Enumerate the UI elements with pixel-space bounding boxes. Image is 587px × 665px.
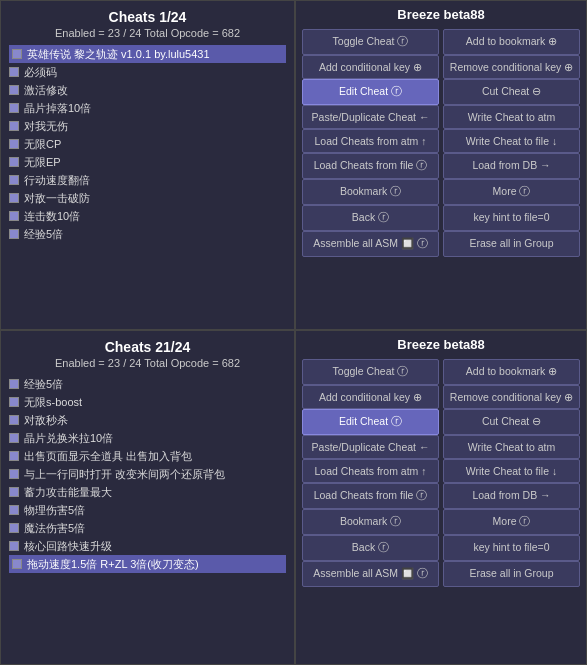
cheat-item[interactable]: 魔法伤害5倍 bbox=[9, 519, 286, 537]
action-button[interactable]: Erase all in Group bbox=[443, 231, 580, 257]
cheat-checkbox bbox=[9, 121, 19, 131]
action-button[interactable]: Remove conditional key ⊕ bbox=[443, 55, 580, 79]
cheat-item[interactable]: 晶片兑换米拉10倍 bbox=[9, 429, 286, 447]
bottom-left-cheat-list: 经验5倍无限s-boost对敌秒杀晶片兑换米拉10倍出售页面显示全道具 出售加入… bbox=[9, 375, 286, 555]
cheat-item[interactable]: 对敌秒杀 bbox=[9, 411, 286, 429]
action-button[interactable]: Erase all in Group bbox=[443, 561, 580, 587]
cheat-item[interactable]: 无限CP bbox=[9, 135, 286, 153]
action-button[interactable]: Add to bookmark ⊕ bbox=[443, 29, 580, 55]
cheat-checkbox bbox=[9, 379, 19, 389]
cheat-item[interactable]: 对我无伤 bbox=[9, 117, 286, 135]
cheat-item[interactable]: 物理伤害5倍 bbox=[9, 501, 286, 519]
action-button[interactable]: Write Cheat to atm bbox=[443, 435, 580, 459]
cheat-label: 经验5倍 bbox=[24, 227, 63, 242]
action-button[interactable]: Add to bookmark ⊕ bbox=[443, 359, 580, 385]
action-button[interactable]: Write Cheat to atm bbox=[443, 105, 580, 129]
action-button[interactable]: Load Cheats from file ⓡ bbox=[302, 153, 439, 179]
button-row: Back ⓡkey hint to file=0 bbox=[302, 205, 580, 231]
cheat-label: 经验5倍 bbox=[24, 377, 63, 392]
cheat-label: 连击数10倍 bbox=[24, 209, 80, 224]
action-button[interactable]: Load Cheats from atm ↑ bbox=[302, 129, 439, 153]
action-button[interactable]: Bookmark ⓡ bbox=[302, 509, 439, 535]
action-button[interactable]: key hint to file=0 bbox=[443, 205, 580, 231]
bottom-left-panel: Cheats 21/24 Enabled = 23 / 24 Total Opc… bbox=[0, 330, 295, 665]
top-left-title: Cheats 1/24 bbox=[9, 9, 286, 25]
top-left-highlighted-item[interactable]: 英雄传说 黎之轨迹 v1.0.1 by.lulu5431 bbox=[9, 45, 286, 63]
top-left-subtitle: Enabled = 23 / 24 Total Opcode = 682 bbox=[9, 27, 286, 39]
cheat-label: 蓄力攻击能量最大 bbox=[24, 485, 112, 500]
action-button[interactable]: Add conditional key ⊕ bbox=[302, 55, 439, 79]
action-button[interactable]: More ⓡ bbox=[443, 179, 580, 205]
cheat-item[interactable]: 晶片掉落10倍 bbox=[9, 99, 286, 117]
cheat-label: 与上一行同时打开 改变米间两个还原背包 bbox=[24, 467, 225, 482]
action-button[interactable]: Assemble all ASM 🔲 ⓡ bbox=[302, 231, 439, 257]
cheat-item[interactable]: 无限s-boost bbox=[9, 393, 286, 411]
button-row: Load Cheats from file ⓡLoad from DB → bbox=[302, 483, 580, 509]
cheat-checkbox bbox=[9, 397, 19, 407]
cheat-item[interactable]: 连击数10倍 bbox=[9, 207, 286, 225]
cheat-item[interactable]: 无限EP bbox=[9, 153, 286, 171]
action-button[interactable]: Edit Cheat ⓡ bbox=[302, 79, 439, 105]
cheat-checkbox bbox=[9, 505, 19, 515]
cheat-label: 对敌秒杀 bbox=[24, 413, 68, 428]
button-row: Toggle Cheat ⓡAdd to bookmark ⊕ bbox=[302, 359, 580, 385]
cheat-label: 必须码 bbox=[24, 65, 57, 80]
cheat-checkbox bbox=[9, 469, 19, 479]
cheat-checkbox bbox=[9, 415, 19, 425]
cheat-item[interactable]: 出售页面显示全道具 出售加入背包 bbox=[9, 447, 286, 465]
action-button[interactable]: Back ⓡ bbox=[302, 205, 439, 231]
bottom-left-subtitle: Enabled = 23 / 24 Total Opcode = 682 bbox=[9, 357, 286, 369]
top-left-highlighted-checkbox bbox=[12, 49, 22, 59]
action-button[interactable]: Load Cheats from file ⓡ bbox=[302, 483, 439, 509]
bottom-left-highlighted-item[interactable]: 拖动速度1.5倍 R+ZL 3倍(收刀变态) bbox=[9, 555, 286, 573]
action-button[interactable]: Load from DB → bbox=[443, 483, 580, 509]
action-button[interactable]: More ⓡ bbox=[443, 509, 580, 535]
cheat-checkbox bbox=[9, 451, 19, 461]
cheat-item[interactable]: 激活修改 bbox=[9, 81, 286, 99]
cheat-item[interactable]: 核心回路快速升级 bbox=[9, 537, 286, 555]
cheat-label: 行动速度翻倍 bbox=[24, 173, 90, 188]
cheat-checkbox bbox=[9, 193, 19, 203]
cheat-item[interactable]: 经验5倍 bbox=[9, 375, 286, 393]
action-button[interactable]: Bookmark ⓡ bbox=[302, 179, 439, 205]
cheat-label: 出售页面显示全道具 出售加入背包 bbox=[24, 449, 192, 464]
bottom-right-title: Breeze beta88 bbox=[302, 337, 580, 352]
cheat-label: 激活修改 bbox=[24, 83, 68, 98]
action-button[interactable]: Remove conditional key ⊕ bbox=[443, 385, 580, 409]
cheat-item[interactable]: 与上一行同时打开 改变米间两个还原背包 bbox=[9, 465, 286, 483]
cheat-checkbox bbox=[9, 157, 19, 167]
action-button[interactable]: Cut Cheat ⊖ bbox=[443, 79, 580, 105]
action-button[interactable]: Assemble all ASM 🔲 ⓡ bbox=[302, 561, 439, 587]
action-button[interactable]: Back ⓡ bbox=[302, 535, 439, 561]
action-button[interactable]: Load Cheats from atm ↑ bbox=[302, 459, 439, 483]
action-button[interactable]: key hint to file=0 bbox=[443, 535, 580, 561]
cheat-label: 无限s-boost bbox=[24, 395, 82, 410]
button-row: Assemble all ASM 🔲 ⓡErase all in Group bbox=[302, 561, 580, 587]
action-button[interactable]: Paste/Duplicate Cheat ← bbox=[302, 105, 439, 129]
action-button[interactable]: Toggle Cheat ⓡ bbox=[302, 359, 439, 385]
cheat-checkbox bbox=[9, 433, 19, 443]
cheat-item[interactable]: 必须码 bbox=[9, 63, 286, 81]
cheat-checkbox bbox=[9, 229, 19, 239]
cheat-item[interactable]: 行动速度翻倍 bbox=[9, 171, 286, 189]
cheat-item[interactable]: 对敌一击破防 bbox=[9, 189, 286, 207]
action-button[interactable]: Write Cheat to file ↓ bbox=[443, 459, 580, 483]
action-button[interactable]: Write Cheat to file ↓ bbox=[443, 129, 580, 153]
cheat-checkbox bbox=[9, 175, 19, 185]
action-button[interactable]: Toggle Cheat ⓡ bbox=[302, 29, 439, 55]
cheat-item[interactable]: 蓄力攻击能量最大 bbox=[9, 483, 286, 501]
action-button[interactable]: Edit Cheat ⓡ bbox=[302, 409, 439, 435]
cheat-label: 核心回路快速升级 bbox=[24, 539, 112, 554]
cheat-label: 晶片兑换米拉10倍 bbox=[24, 431, 113, 446]
action-button[interactable]: Cut Cheat ⊖ bbox=[443, 409, 580, 435]
cheat-item[interactable]: 经验5倍 bbox=[9, 225, 286, 243]
cheat-label: 晶片掉落10倍 bbox=[24, 101, 91, 116]
action-button[interactable]: Load from DB → bbox=[443, 153, 580, 179]
top-right-button-grid: Toggle Cheat ⓡAdd to bookmark ⊕Add condi… bbox=[302, 29, 580, 257]
action-button[interactable]: Add conditional key ⊕ bbox=[302, 385, 439, 409]
action-button[interactable]: Paste/Duplicate Cheat ← bbox=[302, 435, 439, 459]
button-row: Bookmark ⓡMore ⓡ bbox=[302, 179, 580, 205]
cheat-label: 无限EP bbox=[24, 155, 61, 170]
button-row: Toggle Cheat ⓡAdd to bookmark ⊕ bbox=[302, 29, 580, 55]
button-row: Bookmark ⓡMore ⓡ bbox=[302, 509, 580, 535]
